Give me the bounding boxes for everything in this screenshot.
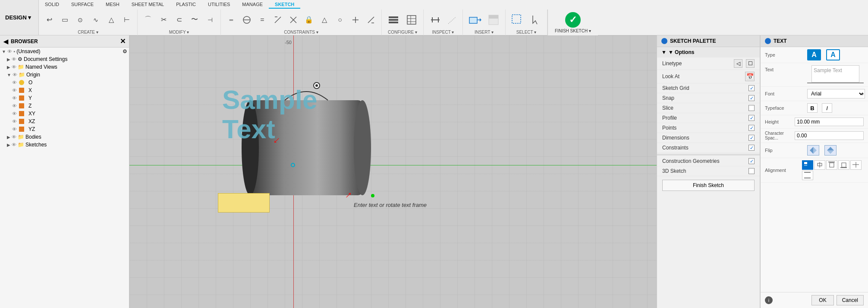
tree-z[interactable]: 👁 Z xyxy=(0,102,129,110)
diag2-btn[interactable] xyxy=(364,14,378,25)
rectangle-btn[interactable]: ▭ xyxy=(58,14,72,25)
dimensions-checkbox[interactable] xyxy=(748,135,755,141)
lookat-btn[interactable]: 📅 xyxy=(745,72,755,81)
tree-origin[interactable]: ▼ 👁 📁 Origin xyxy=(0,71,129,79)
canvas-area[interactable]: -50 xyxy=(129,35,657,308)
xz-eye-icon[interactable]: 👁 xyxy=(12,119,17,124)
browser-close-icon[interactable]: ✕ xyxy=(120,37,126,45)
cancel-button[interactable]: Cancel xyxy=(837,295,864,305)
arc-btn[interactable]: ⌒ xyxy=(141,14,155,25)
slice-checkbox[interactable] xyxy=(748,105,755,111)
cross-btn[interactable] xyxy=(286,14,300,25)
polygon-btn[interactable]: △ xyxy=(104,14,118,25)
scissors-btn[interactable]: ✂ xyxy=(157,14,170,25)
cross2-btn[interactable] xyxy=(349,14,362,25)
info-button[interactable]: i xyxy=(765,296,773,304)
align-bottom-left-btn[interactable] xyxy=(838,160,849,170)
type-filled-btn[interactable]: A xyxy=(807,49,821,60)
offset-btn[interactable]: ⊂ xyxy=(172,14,186,25)
palette-finish-btn[interactable]: Finish Sketch xyxy=(662,180,755,191)
align-bottom-right-btn[interactable] xyxy=(802,171,813,180)
constraints-label[interactable]: CONSTRAINTS ▾ xyxy=(284,28,318,35)
tree-doc-settings[interactable]: ▶ 👁 ⚙ Document Settings xyxy=(0,55,129,63)
tree-named-views[interactable]: ▶ 👁 📁 Named Views xyxy=(0,63,129,71)
nv-eye-icon[interactable]: 👁 xyxy=(12,64,16,70)
tab-manage[interactable]: MANAGE xyxy=(236,1,269,9)
y-eye-icon[interactable]: 👁 xyxy=(12,95,17,101)
tree-sketches[interactable]: ▶ 👁 📁 Sketches xyxy=(0,141,129,149)
align-top-right-btn[interactable] xyxy=(826,160,837,170)
select-icon2[interactable] xyxy=(527,13,544,27)
triangle2-btn[interactable]: △ xyxy=(318,14,331,25)
sketch-grid-checkbox[interactable] xyxy=(748,85,755,91)
finish-sketch-button[interactable]: ✓ FINISH SKETCH ▾ xyxy=(547,10,598,35)
align-top-center-btn[interactable] xyxy=(814,160,825,170)
palette-options-header[interactable]: ▼ ▼ Options xyxy=(657,47,760,57)
tree-y[interactable]: 👁 Y xyxy=(0,94,129,102)
configure-label[interactable]: CONFIGURE ▾ xyxy=(388,28,417,35)
tree-xy[interactable]: 👁 XY xyxy=(0,110,129,117)
browser-expand-icon[interactable]: ◀ xyxy=(3,38,8,45)
top-handle[interactable] xyxy=(313,82,320,89)
circle-btn[interactable]: ⊙ xyxy=(73,14,87,25)
inspect-label[interactable]: INSPECT ▾ xyxy=(432,28,454,35)
italic-button[interactable]: I xyxy=(822,103,832,113)
flip-vertical-btn[interactable] xyxy=(824,145,837,156)
full-circle-btn[interactable] xyxy=(240,14,254,25)
root-settings-icon[interactable]: ⚙ xyxy=(123,48,127,54)
snap-checkbox[interactable] xyxy=(748,95,755,101)
font-select[interactable]: Arial xyxy=(807,89,865,98)
wave-btn[interactable]: 〜 xyxy=(188,14,201,25)
tree-o[interactable]: 👁 O xyxy=(0,79,129,86)
char-space-input[interactable] xyxy=(795,131,864,140)
insert-icon1[interactable] xyxy=(466,13,484,27)
circle2-btn[interactable]: ○ xyxy=(333,14,347,25)
insert-icon2[interactable] xyxy=(485,13,502,27)
3d-sketch-checkbox[interactable] xyxy=(748,168,755,174)
lock-btn[interactable]: 🔒 xyxy=(302,14,316,25)
tree-bodies[interactable]: ▶ 👁 📁 Bodies xyxy=(0,133,129,141)
align-bottom-center-btn[interactable] xyxy=(850,160,862,170)
tab-surface[interactable]: SURFACE xyxy=(65,1,100,9)
bodies-eye-icon[interactable]: 👁 xyxy=(12,134,16,140)
diagonal-btn[interactable] xyxy=(271,14,285,25)
linetype-btn-right[interactable]: ☐ xyxy=(746,59,755,68)
sketches-eye-icon[interactable]: 👁 xyxy=(12,142,16,147)
text-sample-display[interactable]: Sample Text xyxy=(811,65,859,83)
doc-eye-icon[interactable]: 👁 xyxy=(12,57,16,62)
inspect-icon1[interactable] xyxy=(427,13,443,27)
o-eye-icon[interactable]: 👁 xyxy=(12,80,17,85)
bold-button[interactable]: B xyxy=(807,103,818,113)
yz-eye-icon[interactable]: 👁 xyxy=(12,127,17,132)
tab-mesh[interactable]: MESH xyxy=(100,1,126,9)
xy-eye-icon[interactable]: 👁 xyxy=(12,111,17,116)
tree-root[interactable]: ▼ 👁 ▪ (Unsaved) ⚙ xyxy=(0,48,129,55)
tab-sheet-metal[interactable]: SHEET METAL xyxy=(126,1,170,9)
modify-label[interactable]: MODIFY ▾ xyxy=(169,28,189,35)
tab-utilities[interactable]: UTILITIES xyxy=(202,1,236,9)
type-outline-btn[interactable]: A xyxy=(826,49,840,60)
flip-horizontal-btn[interactable] xyxy=(807,145,819,156)
tab-plastic[interactable]: PLASTIC xyxy=(170,1,202,9)
root-eye-icon[interactable]: 👁 xyxy=(7,49,12,54)
line-btn[interactable]: ⊢ xyxy=(120,14,134,25)
configure-icon2[interactable] xyxy=(403,13,420,27)
equal-btn[interactable]: = xyxy=(255,14,269,25)
insert-label[interactable]: INSERT ▾ xyxy=(475,28,494,35)
create-label[interactable]: CREATE ▾ xyxy=(78,28,98,35)
spline-btn[interactable]: ∿ xyxy=(89,14,103,25)
height-input[interactable] xyxy=(795,117,864,126)
align-top-left-btn[interactable] xyxy=(802,160,813,170)
tab-solid[interactable]: SOLID xyxy=(39,1,65,9)
x-eye-icon[interactable]: 👁 xyxy=(12,88,17,93)
select-icon1[interactable] xyxy=(509,13,525,27)
tab-sketch[interactable]: SKETCH xyxy=(269,1,300,9)
design-button[interactable]: DESIGN ▾ xyxy=(0,0,39,35)
configure-icon1[interactable] xyxy=(385,13,402,27)
construction-checkbox[interactable] xyxy=(748,158,755,164)
constraints-checkbox[interactable] xyxy=(748,145,755,151)
z-eye-icon[interactable]: 👁 xyxy=(12,103,17,108)
tree-xz[interactable]: 👁 XZ xyxy=(0,117,129,125)
undo-btn[interactable]: ↩ xyxy=(42,14,56,25)
hline-btn[interactable]: ═ xyxy=(224,14,238,25)
